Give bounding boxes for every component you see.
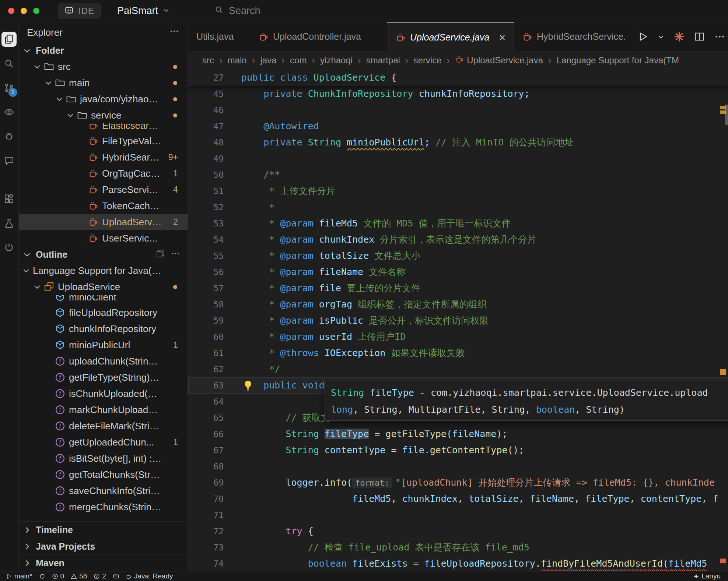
- activity-source-control[interactable]: 1: [0, 75, 18, 100]
- global-search[interactable]: Search: [214, 5, 260, 17]
- more-actions-icon[interactable]: [171, 249, 180, 260]
- folder-item[interactable]: main: [19, 75, 188, 91]
- section-maven[interactable]: Maven: [19, 554, 188, 571]
- outline-item[interactable]: UploadService: [19, 279, 188, 295]
- status-sparkle[interactable]: Lanyu: [693, 572, 721, 580]
- code-line[interactable]: 70 fileMd5, chunkIndex, totalSize, fileN…: [188, 491, 728, 507]
- breadcrumb-item[interactable]: com: [290, 55, 307, 66]
- outline-item[interactable]: fisChunkUploaded(Stri...: [19, 385, 188, 402]
- more-actions-icon[interactable]: [169, 26, 179, 39]
- activity-extensions[interactable]: [0, 187, 18, 211]
- activity-search[interactable]: [0, 51, 18, 75]
- code-line[interactable]: 27public class UploadService {: [188, 70, 728, 86]
- outline-item[interactable]: fuploadChunk(String, i...: [19, 353, 188, 369]
- run-button[interactable]: [637, 31, 648, 42]
- code-line[interactable]: 73 // 检查 file_upload 表中是否存在该 file_md5: [188, 539, 728, 556]
- activity-debug[interactable]: [0, 124, 18, 148]
- lightbulb-icon[interactable]: [242, 380, 254, 391]
- code-line[interactable]: 52 *: [188, 199, 728, 215]
- code-line[interactable]: 62 */: [188, 361, 728, 377]
- code-area[interactable]: 27public class UploadService { 45 privat…: [188, 70, 728, 571]
- section-folder[interactable]: Folder: [19, 42, 188, 59]
- tab-uploadcontroller-java[interactable]: UploadController.java: [250, 22, 387, 51]
- status-keyboard[interactable]: [113, 572, 119, 580]
- breadcrumb-item[interactable]: smartpai: [366, 55, 400, 66]
- outline-item[interactable]: fgetFileType(String) : ...: [19, 369, 188, 385]
- outline-item[interactable]: fmergeChunks(String, ...: [19, 499, 188, 515]
- section-java-projects[interactable]: Java Projects: [19, 538, 188, 554]
- section-outline[interactable]: Outline: [19, 246, 188, 263]
- collapse-all-icon[interactable]: [156, 249, 165, 260]
- code-line[interactable]: 69 logger.info(format:"[uploadChunk] 开始处…: [188, 475, 728, 491]
- tab-uploadservice-java[interactable]: UploadService.java×: [387, 22, 514, 52]
- file-item[interactable]: HybridSearch...9+: [19, 149, 188, 165]
- minimize-button[interactable]: [21, 8, 27, 14]
- status-error[interactable]: 0: [52, 572, 64, 580]
- outline-item[interactable]: fdeleteFileMark(String)...: [19, 418, 188, 434]
- outline-item[interactable]: fgetTotalChunks(String...: [19, 466, 188, 483]
- outline-item[interactable]: Language Support for Java(TM) |: [19, 263, 188, 279]
- close-icon[interactable]: ×: [499, 32, 505, 43]
- status-coffee[interactable]: Java: Ready: [126, 572, 173, 580]
- activity-power[interactable]: [0, 235, 18, 260]
- code-line[interactable]: 58 * @param orgTag 组织标签，指定文件所属的组织: [188, 296, 728, 313]
- close-button[interactable]: [8, 8, 14, 14]
- file-item[interactable]: TokenCacheServic...: [19, 198, 188, 214]
- activity-testing[interactable]: [0, 211, 18, 235]
- breadcrumb-item[interactable]: Language Support for Java(TM: [557, 55, 679, 66]
- code-line[interactable]: 60 * @param userId 上传用户ID: [188, 329, 728, 345]
- outline-item[interactable]: minioPublicUrl1: [19, 337, 188, 353]
- code-line[interactable]: 74 boolean fileExists = fileUploadReposi…: [188, 556, 728, 571]
- code-line[interactable]: 47 @Autowired: [188, 118, 728, 134]
- breadcrumb-item[interactable]: yizhaoqi: [320, 55, 353, 66]
- file-item[interactable]: FileTypeValidationS...: [19, 133, 188, 149]
- code-line[interactable]: 68: [188, 458, 728, 475]
- outline-item[interactable]: fgetUploadedChun...1: [19, 434, 188, 450]
- zoom-button[interactable]: [33, 8, 39, 14]
- project-switcher[interactable]: PaiSmart: [117, 5, 170, 17]
- breadcrumb-item[interactable]: java: [260, 55, 276, 66]
- activity-remote-explorer[interactable]: [0, 100, 18, 124]
- folder-item[interactable]: src: [19, 59, 188, 75]
- activity-explorer[interactable]: [0, 27, 18, 51]
- run-dropdown-icon[interactable]: [657, 33, 665, 41]
- outline-item[interactable]: minioClient: [19, 295, 188, 304]
- tab-utils-java[interactable]: Utils.java: [188, 22, 250, 51]
- code-line[interactable]: 71: [188, 507, 728, 523]
- file-item[interactable]: ElasticsearchS...: [19, 123, 188, 133]
- file-item[interactable]: OrgTagCacheS...1: [19, 165, 188, 182]
- app-logo[interactable]: IDE: [58, 3, 101, 19]
- code-line[interactable]: 59 * @param isPublic 是否公开，标识文件访问权限: [188, 313, 728, 329]
- folder-item[interactable]: service: [19, 107, 188, 123]
- activity-comments[interactable]: [0, 148, 18, 173]
- code-line[interactable]: 66 String fileType = getFileType(fileNam…: [188, 426, 728, 442]
- code-line[interactable]: 45 private ChunkInfoRepository chunkInfo…: [188, 86, 728, 102]
- sticky-scroll-line[interactable]: 27public class UploadService {: [188, 70, 728, 86]
- code-line[interactable]: 53 * @param fileMd5 文件的 MD5 值，用于唯一标识文件: [188, 215, 728, 232]
- starburst-icon[interactable]: [673, 31, 685, 42]
- breadcrumb-item[interactable]: UploadService.java: [455, 55, 543, 66]
- outline-item[interactable]: fsaveChunkInfo(String,...: [19, 483, 188, 499]
- code-line[interactable]: 67 String contentType = file.getContentT…: [188, 442, 728, 458]
- breadcrumb-item[interactable]: service: [414, 55, 442, 66]
- folder-item[interactable]: java/com/yizhaoqi...: [19, 91, 188, 107]
- code-line[interactable]: 54 * @param chunkIndex 分片索引，表示这是文件的第几个分片: [188, 232, 728, 248]
- code-line[interactable]: 48 private String minioPublicUrl; // 注入 …: [188, 134, 728, 151]
- code-line[interactable]: 61 * @throws IOException 如果文件读取失败: [188, 345, 728, 361]
- code-line[interactable]: 50 /**: [188, 167, 728, 183]
- code-line[interactable]: 72 try {: [188, 523, 728, 539]
- status-warning[interactable]: 58: [71, 572, 87, 580]
- file-item[interactable]: UserService.java: [19, 230, 188, 246]
- file-item[interactable]: ParseService.ja...4: [19, 182, 188, 198]
- breadcrumb-item[interactable]: main: [228, 55, 247, 66]
- code-line[interactable]: 46: [188, 102, 728, 118]
- file-item[interactable]: UploadService....2: [19, 214, 188, 230]
- split-editor-icon[interactable]: [694, 31, 705, 42]
- outline-item[interactable]: chunkInfoRepository: [19, 321, 188, 337]
- status-info[interactable]: 2: [94, 572, 106, 580]
- code-line[interactable]: 57 * @param file 要上传的分片文件: [188, 280, 728, 296]
- more-actions-icon[interactable]: [714, 31, 725, 42]
- section-timeline[interactable]: Timeline: [19, 521, 188, 538]
- status-sync[interactable]: [39, 572, 45, 580]
- scrollbar-thumb[interactable]: [725, 105, 728, 125]
